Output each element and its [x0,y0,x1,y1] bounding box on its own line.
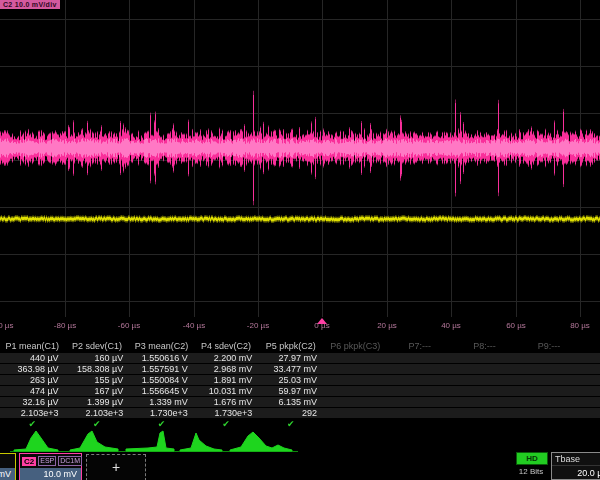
measure-value: 1.557591 V [129,364,194,375]
measure-value: 292 [258,408,323,419]
measure-table-row: 2.103e+32.103e+31.730e+31.730e+3292 [0,408,600,419]
measure-value: 2.103e+3 [65,408,130,419]
measure-value: 1.891 mV [194,375,259,386]
c2-volts-per-div: 10.0 mV [20,468,81,480]
timebase-per-div: 20.0 µs [552,466,600,480]
waveform-grid[interactable] [0,0,600,336]
measure-value: 1.730e+3 [129,408,194,419]
measure-value: 1.676 mV [194,397,259,408]
time-axis-label: 60 µs [506,321,526,330]
time-axis: -100 µs-80 µs-60 µs-40 µs-20 µs0 µs20 µs… [0,318,600,334]
timebase-descriptor[interactable]: Tbase 20.0 µs [551,452,600,480]
measure-column-header[interactable]: P6 pkpk(C3) [323,340,388,353]
measure-value: 440 µV [0,353,65,364]
measure-value: 363.98 µV [0,364,65,375]
measure-value: 474 µV [0,386,65,397]
resolution-bits: 12 Bits [512,467,550,476]
measure-table-row: 263 µV155 µV1.550084 V1.891 mV25.03 mV [0,375,600,386]
measure-value: 1.550616 V [129,353,194,364]
measure-value: 155 µV [65,375,130,386]
time-axis-label: -100 µs [0,321,13,330]
measure-value: 6.135 mV [258,397,323,408]
esp-badge-c2: ESP [38,456,56,466]
measure-table-row: 363.98 µV158.308 µV1.557591 V2.968 mV33.… [0,364,600,375]
measure-value: 160 µV [65,353,130,364]
measure-value: 2.103e+3 [0,408,65,419]
measure-column-header[interactable]: P3 mean(C2) [129,340,194,353]
measure-value: 25.03 mV [258,375,323,386]
measure-table-row: 474 µV167 µV1.556645 V10.031 mV59.97 mV [0,386,600,397]
measure-value: 1.339 mV [129,397,194,408]
measure-table: P1 mean(C1)P2 sdev(C1)P3 mean(C2)P4 sdev… [0,340,600,432]
time-axis-label: 80 µs [570,321,590,330]
coupling-badge-c2: DC1M [58,456,82,466]
measure-value: 158.308 µV [65,364,130,375]
measure-value: 1.730e+3 [194,408,259,419]
time-axis-label: -60 µs [118,321,140,330]
time-axis-label: -40 µs [183,321,205,330]
oscilloscope-screen: C2 10.0 mV/div -100 µs-80 µs-60 µs-40 µs… [0,0,600,480]
measure-value: 27.97 mV [258,353,323,364]
measure-column-header[interactable]: P5 pkpk(C2) [258,340,323,353]
measure-column-header[interactable]: P1 mean(C1) [0,340,65,353]
time-axis-label: 40 µs [441,321,461,330]
measure-value: 2.968 mV [194,364,259,375]
channel-descriptor-c2[interactable]: C2 ESP DC1M 10.0 mV [19,453,82,480]
measure-value: 1.399 µV [65,397,130,408]
measure-value: 2.200 mV [194,353,259,364]
time-axis-label: 0 µs [314,321,329,330]
time-axis-label: 20 µs [377,321,397,330]
trace-label: C2 10.0 mV/div [0,0,60,9]
timebase-label: Tbase [552,453,600,466]
measure-value: 1.550084 V [129,375,194,386]
measure-value: 1.556645 V [129,386,194,397]
time-axis-label: -20 µs [247,321,269,330]
measurement-histicons[interactable] [0,428,600,454]
channel-descriptor-c1[interactable]: C1 DC1M 10.0 mV [0,453,16,480]
measure-column-header[interactable]: P7:--- [388,340,453,353]
measure-column-header[interactable]: P8:--- [452,340,517,353]
hd-mode-badge[interactable]: HD [516,452,548,465]
measure-column-header[interactable]: P2 sdev(C1) [65,340,130,353]
measure-value: 263 µV [0,375,65,386]
add-trace-button[interactable]: + [86,454,146,480]
measure-column-header[interactable]: P10:--- [581,340,600,353]
measure-value: 59.97 mV [258,386,323,397]
measure-column-header[interactable]: P9:--- [517,340,582,353]
measure-column-header[interactable]: P4 sdev(C2) [194,340,259,353]
measure-value: 167 µV [65,386,130,397]
channel-c2-label: C2 [22,457,36,466]
measure-value: 10.031 mV [194,386,259,397]
measure-table-row: 32.16 µV1.399 µV1.339 mV1.676 mV6.135 mV [0,397,600,408]
measure-table-row: 440 µV160 µV1.550616 V2.200 mV27.97 mV [0,353,600,364]
time-axis-label: -80 µs [54,321,76,330]
c1-volts-per-div: 10.0 mV [0,468,15,480]
measure-value: 32.16 µV [0,397,65,408]
measure-value: 33.477 mV [258,364,323,375]
